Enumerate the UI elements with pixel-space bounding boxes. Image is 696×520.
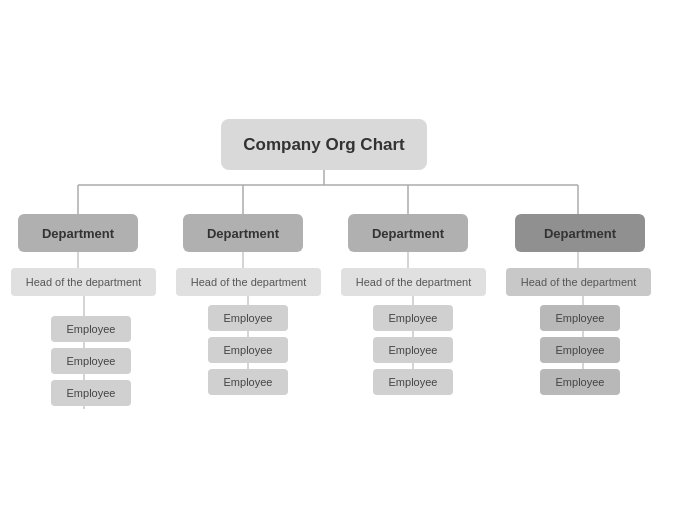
root-title: Company Org Chart bbox=[243, 135, 405, 155]
dept1-label: Department bbox=[42, 226, 114, 241]
dept2-label: Department bbox=[207, 226, 279, 241]
dept1-head-label: Head of the department bbox=[26, 276, 142, 288]
dept1-employee-1: Employee bbox=[51, 316, 131, 342]
dept3-head-box: Head of the department bbox=[341, 268, 486, 296]
department-2-box: Department bbox=[183, 214, 303, 252]
dept2-head-label: Head of the department bbox=[191, 276, 307, 288]
dept3-head-label: Head of the department bbox=[356, 276, 472, 288]
dept4-head-box: Head of the department bbox=[506, 268, 651, 296]
dept2-employee-3: Employee bbox=[208, 369, 288, 395]
dept2-employee-1: Employee bbox=[208, 305, 288, 331]
root-node: Company Org Chart bbox=[221, 119, 427, 170]
dept4-employee-2: Employee bbox=[540, 337, 620, 363]
dept3-label: Department bbox=[372, 226, 444, 241]
dept4-employee-1: Employee bbox=[540, 305, 620, 331]
dept2-head-box: Head of the department bbox=[176, 268, 321, 296]
dept2-employee-2: Employee bbox=[208, 337, 288, 363]
dept1-employee-3: Employee bbox=[51, 380, 131, 406]
department-3-box: Department bbox=[348, 214, 468, 252]
dept4-label: Department bbox=[544, 226, 616, 241]
connector-lines bbox=[0, 0, 696, 520]
dept3-employee-3: Employee bbox=[373, 369, 453, 395]
dept1-head-box: Head of the department bbox=[11, 268, 156, 296]
dept1-employee-2: Employee bbox=[51, 348, 131, 374]
dept3-employee-1: Employee bbox=[373, 305, 453, 331]
department-1-box: Department bbox=[18, 214, 138, 252]
dept3-employee-2: Employee bbox=[373, 337, 453, 363]
department-4-box: Department bbox=[515, 214, 645, 252]
org-chart: Company Org Chart Department Head of the… bbox=[0, 0, 696, 520]
dept4-employee-3: Employee bbox=[540, 369, 620, 395]
dept4-head-label: Head of the department bbox=[521, 276, 637, 288]
